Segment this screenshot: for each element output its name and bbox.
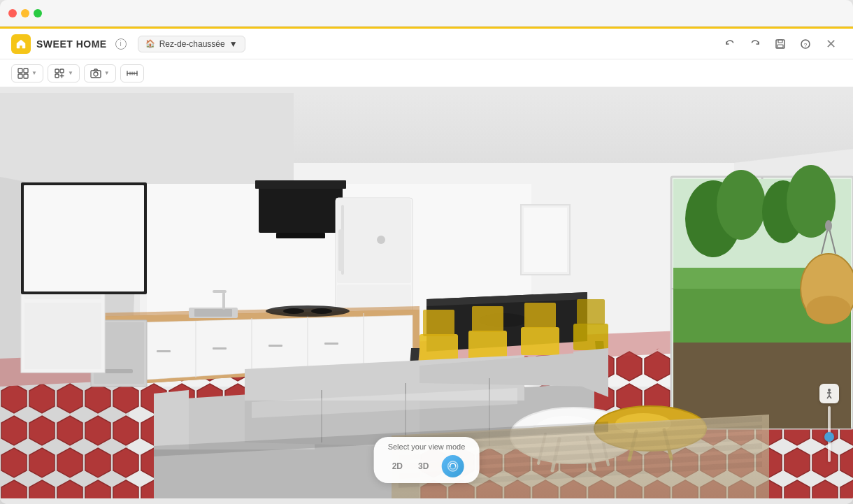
minimize-traffic-light[interactable]	[21, 9, 29, 17]
svg-rect-81	[472, 306, 503, 332]
view-2d-button[interactable]: 2D	[389, 460, 406, 473]
svg-rect-58	[194, 309, 232, 317]
view-mode-label: Select your view mode	[388, 442, 466, 451]
room-scene: Select your view mode 2D 3D	[0, 87, 853, 504]
svg-rect-40	[338, 229, 344, 271]
view-mode-panel: Select your view mode 2D 3D	[374, 437, 480, 483]
svg-rect-32	[259, 184, 343, 233]
svg-point-55	[283, 308, 304, 314]
svg-point-93	[717, 170, 766, 240]
svg-rect-52	[268, 345, 282, 347]
help-button[interactable]: ?	[794, 33, 817, 55]
svg-rect-8	[24, 74, 28, 78]
svg-rect-9	[55, 69, 59, 73]
svg-rect-36	[337, 199, 411, 283]
app-header: SWEET HOME i 🏠 Rez-de-chaussée ▼	[0, 29, 853, 59]
traffic-lights	[8, 9, 42, 17]
svg-rect-53	[324, 343, 338, 345]
floor-selector[interactable]: 🏠 Rez-de-chaussée ▼	[138, 36, 245, 52]
window-close-button[interactable]: ✕	[819, 33, 842, 55]
person-height-icon[interactable]	[819, 384, 839, 403]
svg-rect-10	[60, 69, 64, 73]
redo-button[interactable]	[744, 33, 766, 55]
svg-rect-51	[213, 347, 227, 350]
svg-rect-84	[573, 324, 608, 350]
svg-rect-2	[777, 45, 783, 48]
svg-point-98	[806, 296, 851, 324]
svg-rect-34	[276, 233, 325, 238]
view-360-button[interactable]	[441, 455, 464, 477]
floor-label: Rez-de-chaussée	[159, 39, 225, 49]
logo-icon	[11, 34, 31, 54]
svg-point-54	[266, 305, 350, 317]
svg-text:?: ?	[804, 42, 808, 48]
svg-rect-33	[255, 180, 346, 189]
svg-rect-1	[778, 40, 782, 43]
main-view[interactable]: Select your view mode 2D 3D	[0, 87, 853, 504]
svg-rect-63	[105, 369, 133, 373]
svg-rect-66	[24, 303, 101, 369]
app-title-text: SWEET HOME	[36, 38, 107, 50]
camera-button[interactable]: ▼	[84, 64, 116, 82]
svg-line-138	[829, 396, 831, 398]
svg-rect-70	[524, 208, 567, 272]
svg-rect-6	[24, 69, 28, 73]
view-mode-buttons: 2D 3D	[389, 455, 464, 477]
measure-button[interactable]	[120, 64, 144, 82]
save-button[interactable]	[769, 33, 791, 55]
svg-rect-77	[423, 310, 454, 336]
svg-rect-85	[577, 299, 605, 324]
header-actions: ? ✕	[719, 33, 842, 55]
objects-button[interactable]: ▼	[48, 64, 80, 82]
svg-point-134	[828, 389, 831, 391]
svg-point-39	[377, 236, 385, 244]
svg-point-101	[825, 220, 832, 231]
svg-point-15	[94, 72, 98, 76]
toolbar: ▼ ▼ ▼	[0, 59, 853, 87]
svg-rect-68	[24, 185, 144, 291]
svg-point-56	[311, 308, 332, 314]
view2d-button[interactable]: ▼	[11, 64, 43, 82]
app-logo: SWEET HOME	[11, 34, 107, 54]
svg-rect-11	[55, 74, 59, 78]
undo-button[interactable]	[719, 33, 741, 55]
close-traffic-light[interactable]	[8, 9, 17, 17]
maximize-traffic-light[interactable]	[34, 9, 42, 17]
floor-chevron: ▼	[229, 39, 238, 49]
svg-rect-80	[468, 331, 507, 360]
svg-marker-111	[154, 390, 189, 449]
zoom-control	[819, 384, 839, 462]
zoom-slider-track[interactable]	[828, 406, 831, 462]
svg-rect-5	[18, 69, 22, 73]
floor-icon: 🏠	[145, 39, 155, 48]
svg-rect-82	[521, 327, 559, 355]
view-3d-button[interactable]: 3D	[415, 460, 431, 473]
svg-rect-60	[213, 290, 227, 293]
svg-rect-50	[157, 350, 171, 352]
title-bar	[0, 0, 853, 27]
zoom-slider-thumb[interactable]	[824, 432, 834, 442]
svg-rect-7	[18, 74, 22, 78]
app-window: SWEET HOME i 🏠 Rez-de-chaussée ▼	[0, 0, 853, 504]
svg-rect-83	[524, 303, 556, 328]
svg-rect-59	[222, 292, 225, 310]
info-icon[interactable]: i	[115, 38, 127, 50]
